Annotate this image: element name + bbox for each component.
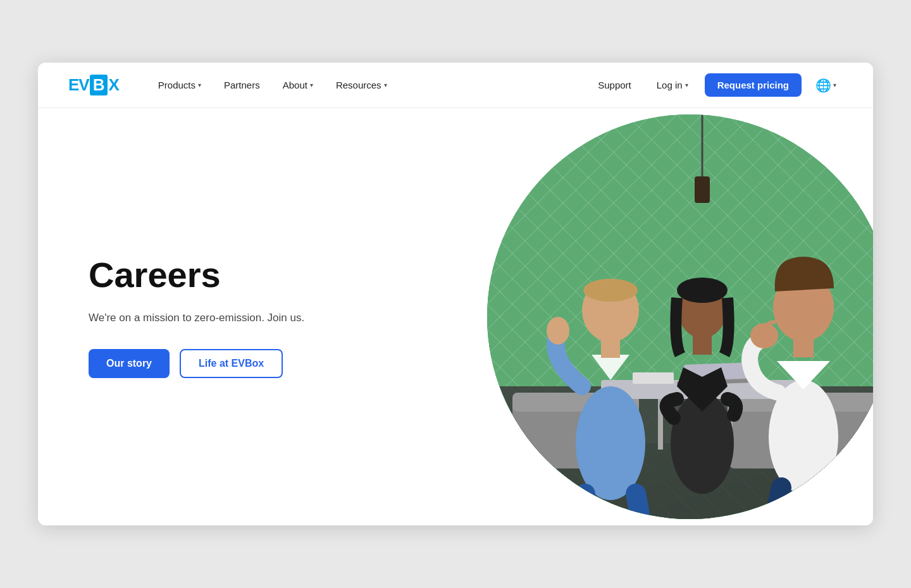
page-title: Careers — [89, 255, 354, 295]
navbar: EV B X Products ▾ Partners About ▾ Resou… — [38, 63, 873, 108]
svg-rect-33 — [695, 176, 710, 203]
svg-point-19 — [547, 317, 569, 345]
nav-support[interactable]: Support — [589, 75, 640, 95]
svg-point-15 — [576, 386, 645, 500]
svg-point-23 — [677, 278, 728, 303]
nav-login[interactable]: Log in ▾ — [648, 75, 697, 95]
globe-chevron-icon: ▾ — [833, 82, 836, 89]
hero-subtitle: We're on a mission to zero-emission. Joi… — [89, 309, 354, 326]
svg-rect-27 — [793, 337, 814, 357]
scene-svg-wrapper — [487, 114, 873, 519]
hero-image-area — [468, 108, 873, 525]
nav-about[interactable]: About ▾ — [274, 75, 322, 95]
life-at-evbox-button[interactable]: Life at EVBox — [180, 349, 283, 378]
logo[interactable]: EV B X — [68, 75, 119, 95]
nav-links: Products ▾ Partners About ▾ Resources ▾ — [149, 75, 589, 95]
request-pricing-button[interactable]: Request pricing — [705, 73, 802, 97]
resources-label: Resources — [336, 80, 381, 90]
svg-rect-24 — [693, 336, 712, 355]
svg-rect-31 — [816, 481, 873, 519]
resources-chevron-icon: ▾ — [384, 82, 387, 89]
nav-products[interactable]: Products ▾ — [149, 75, 210, 95]
nav-right: Support Log in ▾ Request pricing 🌐 ▾ — [589, 73, 843, 98]
nav-globe[interactable]: 🌐 ▾ — [809, 73, 843, 98]
scene-svg — [487, 114, 873, 519]
hero-circle-image — [487, 114, 873, 519]
globe-icon: 🌐 — [815, 78, 831, 93]
svg-point-17 — [583, 279, 638, 302]
about-label: About — [283, 80, 307, 90]
about-chevron-icon: ▾ — [310, 82, 313, 89]
hero-section: Careers We're on a mission to zero-emiss… — [38, 108, 873, 525]
our-story-button[interactable]: Our story — [89, 349, 170, 378]
nav-resources[interactable]: Resources ▾ — [327, 75, 396, 95]
svg-rect-18 — [601, 339, 620, 358]
products-label: Products — [158, 80, 195, 90]
login-label: Log in — [657, 80, 683, 90]
login-chevron-icon: ▾ — [685, 82, 688, 89]
hero-content: Careers We're on a mission to zero-emiss… — [89, 255, 354, 379]
svg-rect-14 — [633, 372, 674, 384]
browser-window: EV B X Products ▾ Partners About ▾ Resou… — [38, 63, 873, 525]
nav-partners[interactable]: Partners — [215, 75, 269, 95]
products-chevron-icon: ▾ — [198, 82, 201, 89]
partners-label: Partners — [224, 80, 260, 90]
hero-buttons: Our story Life at EVBox — [89, 349, 354, 378]
